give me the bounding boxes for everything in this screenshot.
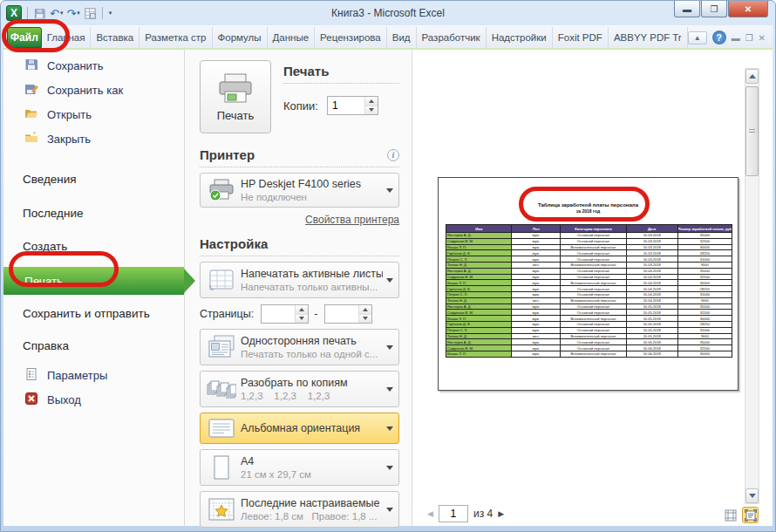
table-cell: 10.05.2018	[626, 304, 677, 310]
scrollbar-thumb[interactable]	[745, 86, 759, 176]
ribbon-tab-разметка-стр[interactable]: Разметка стр	[140, 27, 212, 48]
settings-dropdown-a4[interactable]: A421 см x 29,7 см	[200, 449, 399, 486]
copies-stepper[interactable]	[327, 96, 378, 115]
current-page-input[interactable]	[439, 505, 468, 522]
printer-info-icon[interactable]: i	[387, 149, 399, 161]
settings-dropdown-последние-настраиваемые-[interactable]: Последние настраиваемые ...Левое: 1,8 см…	[200, 491, 399, 528]
table-cell: 10.03.2018	[626, 233, 677, 239]
settings-dropdown-напечатать-активные-листы[interactable]: Напечатать активные листыНапечатать толь…	[200, 262, 399, 298]
excel-window: X ↶▾ ↷▾ ▾ Книга3 - Microsoft Excel ▬ ❐ ✕…	[0, 0, 776, 532]
table-cell: Нестеров А. Д.	[446, 304, 512, 310]
print-preview-panel: Таблица заработной платы персонала за 20…	[412, 50, 773, 526]
table-cell: Основной персонал	[561, 256, 626, 263]
workbook-restore-icon[interactable]: ❐	[745, 33, 753, 43]
restore-button[interactable]: ❐	[701, 1, 727, 17]
ribbon-tab-надстройки[interactable]: Надстройки	[487, 27, 553, 48]
save-as-icon	[24, 82, 38, 99]
print-button[interactable]: Печать	[200, 60, 271, 133]
printer-name: HP Deskjet F4100 series	[241, 178, 383, 190]
settings-dropdown-разобрать-по-копиям[interactable]: Разобрать по копиям1,2,3 1,2,3 1,2,3	[200, 371, 399, 407]
sidebar-item-сохранить[interactable]: Сохранить	[3, 53, 184, 78]
sidebar-item-последние[interactable]: Последние	[3, 200, 184, 226]
sidebar-item-справка[interactable]: Справка	[3, 332, 184, 358]
ribbon-tab-рецензирова[interactable]: Рецензирова	[315, 27, 387, 48]
sidebar-item-параметры[interactable]: Параметры	[3, 363, 184, 387]
printer-dropdown[interactable]: HP Deskjet F4100 series Не подключен	[200, 173, 399, 208]
table-cell: Основной персонал	[561, 327, 626, 333]
customize-qat-icon[interactable]: ▾	[108, 10, 112, 17]
table-cell: 10.03.2018	[626, 256, 677, 263]
table-cell: муж.	[512, 244, 561, 250]
scroll-down-icon[interactable]	[745, 488, 759, 503]
sidebar-item-label: Выход	[47, 393, 81, 406]
table-cell: Сафронов В. М.	[446, 345, 512, 351]
scroll-up-icon[interactable]	[745, 69, 759, 84]
undo-icon[interactable]: ↶▾	[50, 7, 63, 20]
save-icon[interactable]	[33, 7, 46, 20]
sidebar-item-label: Сохранить как	[47, 84, 123, 97]
table-cell: Основной персонал	[561, 286, 626, 292]
ribbon-tab-вид[interactable]: Вид	[387, 27, 417, 48]
workbook-close-icon[interactable]: ✕	[759, 33, 766, 43]
copies-label: Копии:	[283, 99, 318, 113]
redo-icon[interactable]: ↷▾	[66, 7, 79, 20]
zoom-to-page-icon[interactable]	[742, 507, 759, 523]
table-cell: 32500	[677, 274, 732, 280]
ribbon-tab-abbyy-pdf-tr[interactable]: ABBYY PDF Tr	[609, 27, 688, 48]
sidebar-item-сохранить-как[interactable]: Сохранить как	[3, 78, 184, 102]
help-icon[interactable]: ?	[712, 31, 726, 44]
ribbon-tab-формулы[interactable]: Формулы	[213, 27, 268, 48]
ribbon-tab-bar: Файл ГлавнаяВставкаРазметка стрФормулыДа…	[3, 25, 773, 48]
show-margins-icon[interactable]	[722, 507, 739, 523]
table-cell: 10.04.2018	[626, 280, 677, 286]
copies-input[interactable]	[328, 97, 364, 114]
preview-scrollbar[interactable]	[745, 68, 759, 504]
pages-to-input[interactable]	[325, 305, 358, 323]
printer-properties-link[interactable]: Свойства принтера	[200, 214, 399, 226]
sidebar-item-открыть[interactable]: Открыть	[3, 102, 184, 126]
sidebar-item-сохранить-и-отправить[interactable]: Сохранить и отправить	[3, 300, 184, 326]
ribbon-tab-foxit-pdf[interactable]: Foxit PDF	[553, 27, 609, 48]
next-page-icon[interactable]: ▶	[498, 509, 504, 518]
chevron-down-icon	[386, 466, 393, 470]
minimize-ribbon-icon[interactable]: ▲	[688, 31, 707, 44]
close-folder-icon	[24, 131, 38, 147]
collate-icon	[206, 375, 237, 403]
workbook-minimize-icon[interactable]: ▬	[732, 33, 740, 43]
minimize-button[interactable]: ▬	[674, 1, 700, 17]
ribbon-tab-разработчик[interactable]: Разработчик	[417, 27, 487, 48]
dropdown-title: Напечатать активные листы	[241, 268, 383, 280]
tab-file[interactable]: Файл	[7, 27, 42, 48]
table-cell: муж.	[512, 316, 561, 322]
table-cell: Петров С. Л.	[446, 291, 512, 297]
previous-page-icon[interactable]: ◀	[427, 509, 433, 518]
quick-table-icon[interactable]	[84, 7, 97, 20]
pages-to-stepper[interactable]	[324, 304, 372, 324]
settings-dropdown-односторонняя-печать[interactable]: Односторонняя печатьПечатать только на о…	[200, 329, 399, 365]
ribbon-tab-главная[interactable]: Главная	[42, 27, 92, 48]
chevron-down-icon	[386, 426, 393, 431]
table-cell: 28250	[677, 286, 732, 292]
dropdown-subtitle: Левое: 1,8 см Правое: 1,8 ...	[241, 511, 383, 522]
pages-from-stepper[interactable]	[261, 304, 309, 324]
settings-dropdown-альбомная-ориентация[interactable]: Альбомная ориентация	[200, 413, 399, 444]
sidebar-item-выход[interactable]: Выход	[3, 387, 184, 412]
pages-from-input[interactable]	[262, 305, 295, 323]
sidebar-item-создать[interactable]: Создать	[3, 233, 184, 259]
table-cell: 28250	[677, 321, 732, 327]
ribbon-tab-вставка[interactable]: Вставка	[91, 27, 140, 48]
table-cell: Сафронов В. М.	[446, 238, 512, 244]
sidebar-item-закрыть[interactable]: Закрыть	[3, 126, 184, 151]
table-cell: Вспомогательный персонал	[561, 280, 626, 286]
sidebar-item-печать[interactable]: Печать	[3, 267, 184, 295]
table-cell: 32500	[677, 310, 732, 316]
table-cell: 35000	[677, 339, 732, 345]
table-cell: 30000	[677, 351, 732, 357]
table-row: Титова Н. Д.жен.Вспомогательный персонал…	[446, 262, 732, 268]
pages-label: Страницы:	[200, 308, 254, 320]
close-button[interactable]: ✕	[728, 1, 768, 17]
sidebar-item-сведения[interactable]: Сведения	[3, 166, 184, 192]
table-cell: Вспомогательный персонал	[561, 316, 626, 322]
ribbon-tab-данные[interactable]: Данные	[268, 27, 316, 48]
preview-page: Таблица заработной платы персонала за 20…	[438, 177, 739, 391]
